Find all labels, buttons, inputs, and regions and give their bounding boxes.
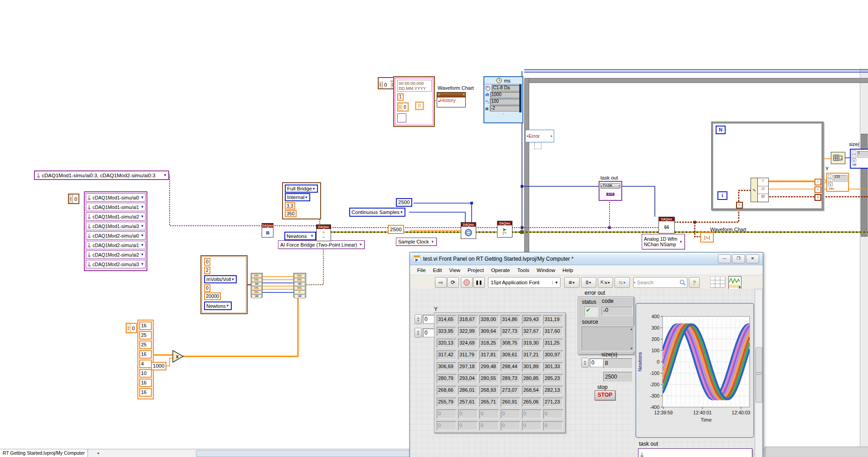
y-table-cell[interactable]: 0	[501, 421, 520, 430]
multiply-node[interactable]: x	[172, 350, 184, 363]
excitation-source-enum[interactable]: Internal	[287, 194, 304, 200]
channel-array-element[interactable]: I/ocDAQ1Mod1-simu/ai2▼	[86, 212, 146, 221]
physical-units-enum[interactable]: Newtons	[206, 303, 226, 309]
waveform-chart[interactable]: 4003002001000-100-200-300-40012:39:5912:…	[635, 303, 754, 438]
y-table-cell[interactable]: 329,43	[522, 315, 541, 324]
y-table-cell[interactable]: 280,55	[479, 374, 499, 383]
channel-array-element[interactable]: I/ocDAQ1Mod2-simu/ai3▼	[86, 260, 146, 268]
menu-item-tools[interactable]: Tools	[513, 267, 533, 274]
dropdown-arrow-icon[interactable]: ▼	[141, 195, 144, 199]
bridge-resistance-constant[interactable]: 350	[285, 210, 297, 217]
daqmx-start-node[interactable]: DAQmx ▶{∿	[497, 221, 512, 238]
menu-item-window[interactable]: Window	[533, 267, 559, 274]
gain-array-element[interactable]: 10	[139, 369, 152, 378]
y-table-cell[interactable]: 301,33	[543, 362, 563, 371]
waveform-chart-terminal[interactable]: [∿]	[700, 232, 714, 243]
menu-item-help[interactable]: Help	[559, 267, 577, 274]
menu-item-edit[interactable]: Edit	[429, 267, 446, 274]
loop-tunnel-y[interactable]: []	[814, 179, 821, 185]
dropdown-arrow-icon[interactable]: ▼	[141, 224, 144, 228]
y-table-cell[interactable]: 280,85	[522, 374, 541, 383]
y-table-cell[interactable]: 293,04	[458, 374, 478, 383]
y-table-cell[interactable]: 0	[437, 409, 456, 418]
y-table-cell[interactable]: 268,66	[437, 386, 456, 395]
sizes-index[interactable]: ▲▼0	[581, 358, 605, 368]
y-table-cell[interactable]: 273,07	[501, 386, 520, 395]
gain-array-element[interactable]: 16	[139, 379, 152, 387]
panel-vscrollbar[interactable]	[755, 289, 763, 457]
y-table-cell[interactable]: 268,54	[522, 386, 541, 395]
loop-tunnel-t0[interactable]: []	[814, 194, 821, 201]
y-table-cell[interactable]: 289,73	[501, 374, 520, 383]
y-table-cell[interactable]: 317,21	[522, 350, 541, 360]
y-table-cell[interactable]: 286,01	[458, 386, 478, 395]
y-table-cell[interactable]: 324,69	[458, 339, 478, 348]
sizes-array-terminal[interactable]: i j k 1 I32	[850, 149, 868, 169]
history-size-constant[interactable]: 1	[397, 93, 404, 101]
dropdown-arrow-icon[interactable]: ▼	[141, 262, 144, 266]
loop-tunnel-waveform-in[interactable]: []	[736, 202, 743, 209]
timed-loop-config-node[interactable]: ms C1-8 Da dt1000 ³²₁100 ▦-2 ⌄	[483, 76, 523, 123]
font-selector[interactable]: 15pt Application Font ▼	[488, 277, 561, 288]
timestamp-constant[interactable]: 00:00:00,000DD.MM.YYYY	[397, 80, 432, 92]
sample-clock-ring[interactable]: Sample Clock▼	[396, 238, 437, 246]
dropdown-arrow-icon[interactable]: ▼	[141, 233, 144, 238]
y-table-cell[interactable]: 327,67	[522, 327, 541, 336]
scale-min-constant[interactable]: 0	[204, 258, 210, 266]
restore-button[interactable]: ❐	[732, 254, 745, 263]
y-table-cell[interactable]: 271,23	[543, 398, 563, 407]
config-scroll-nub[interactable]	[519, 84, 522, 112]
y-table-cell[interactable]: 311,19	[543, 315, 563, 324]
bridge-type-enum[interactable]: Full Bridge	[287, 186, 312, 191]
dropdown-arrow-icon[interactable]: ▼	[141, 214, 144, 219]
index-spinner-icon[interactable]: ▲▼	[69, 194, 73, 203]
y-table-cell[interactable]: 257,61	[458, 398, 478, 407]
gain-array-element[interactable]: 25	[139, 331, 152, 340]
y-table-cell[interactable]: 260,91	[501, 398, 520, 407]
sizes-value-1[interactable]: 8	[603, 358, 633, 369]
y-table-cell[interactable]: 322,99	[458, 327, 478, 336]
ai-force-bridge-ring[interactable]: AI Force Bridge (Two-Point Linear)▼	[278, 240, 365, 249]
y-table-cell[interactable]: 300,97	[543, 350, 563, 360]
ms-multiplier-constant[interactable]: 1000	[151, 362, 166, 370]
y-table-cell[interactable]: 311,25	[543, 339, 563, 348]
y-table-cell[interactable]: 314,65	[437, 315, 456, 324]
y-table-cell[interactable]: 311,79	[458, 350, 478, 360]
channel-array-element[interactable]: I/ocDAQ1Mod2-simu/ai1▼	[86, 241, 146, 249]
y-table-cell[interactable]: 297,18	[458, 362, 478, 371]
y-table-cell[interactable]: 0	[458, 421, 478, 430]
menu-item-project[interactable]: Project	[464, 267, 488, 274]
timed-loop-processor[interactable]: -2	[490, 105, 522, 112]
y-table-cell[interactable]: 317,60	[543, 327, 563, 336]
tab-scroll-left-button[interactable]: ◂	[94, 450, 102, 457]
y-table-cell[interactable]: 285,23	[543, 374, 563, 383]
y-table-cell[interactable]: 0	[458, 409, 478, 418]
distribute-objects-button[interactable]: ⫿⫿▼	[581, 277, 596, 288]
chevron-down-icon[interactable]: ⌄	[484, 112, 522, 114]
search-box[interactable]: ◂ Search	[633, 277, 688, 288]
minimize-button[interactable]: —	[718, 254, 731, 263]
electrical-units-enum[interactable]: mVolts/Volt	[206, 277, 231, 282]
y-table-cell[interactable]: 327,73	[501, 327, 520, 336]
stop-button[interactable]: STOP	[595, 390, 615, 400]
physical-min-constant[interactable]: 0	[204, 284, 210, 292]
physical-channels-constant[interactable]: I/o cDAQ1Mod1-simu/ai0:3, cDAQ1Mod2-simu…	[34, 170, 169, 180]
channel-array-element[interactable]: I/ocDAQ1Mod2-simu/ai2▼	[86, 250, 146, 259]
y-table-cell[interactable]: 280,79	[437, 374, 456, 383]
gain-array-element[interactable]: 4	[139, 360, 152, 368]
y-table-cell[interactable]: 317,81	[479, 350, 499, 360]
y-table-cell[interactable]: 0	[543, 421, 563, 430]
channel-array-index[interactable]: ▲▼ 0	[68, 194, 79, 204]
code-field[interactable]: d0	[601, 306, 633, 316]
y-table-cell[interactable]: 0	[501, 409, 520, 418]
scroll-up-icon[interactable]: ▲	[630, 327, 633, 331]
y-table-cell[interactable]: 265,06	[522, 398, 541, 407]
gain-array-element[interactable]: 16	[139, 321, 152, 330]
y-table-cell[interactable]: 268,93	[479, 386, 499, 395]
y-table-cell[interactable]: 255,79	[437, 398, 456, 407]
dropdown-arrow-icon[interactable]: ▼	[141, 253, 144, 257]
source-field[interactable]: ▲ ▼	[581, 326, 634, 351]
y-table-cell[interactable]: 0	[543, 409, 563, 418]
dropdown-arrow-icon[interactable]: ▼	[163, 173, 167, 177]
daqmx-small-node[interactable]: DAQmx▦	[262, 223, 273, 238]
